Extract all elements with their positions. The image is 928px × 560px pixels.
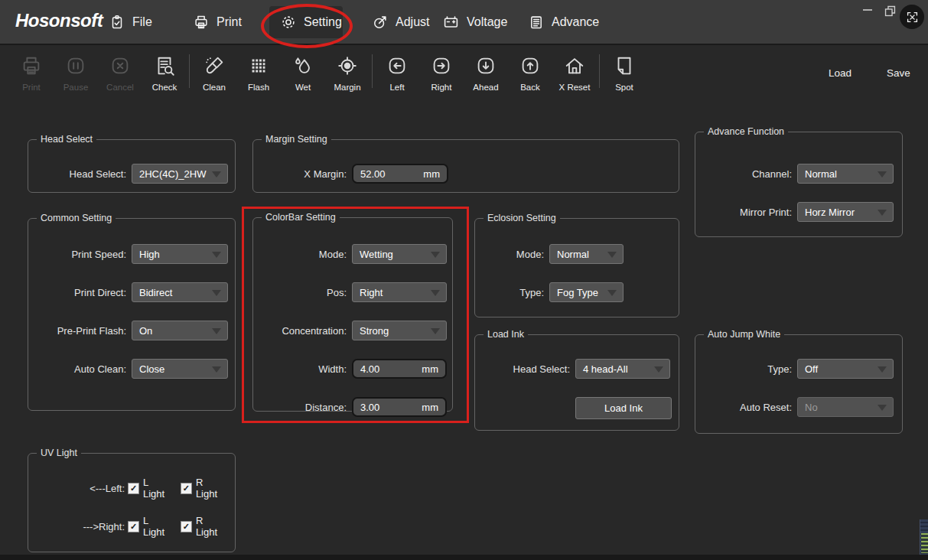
check-icon: ✓: [183, 522, 190, 532]
field-label: X Margin:: [253, 168, 347, 180]
toolbar-clean-button[interactable]: Clean: [192, 45, 236, 92]
menu-setting[interactable]: Setting: [280, 0, 342, 44]
menu-label: Advance: [552, 15, 599, 29]
chevron-down-icon: [212, 252, 221, 258]
toolbar-print-button[interactable]: Print: [9, 45, 54, 92]
auto-reset-dropdown[interactable]: No: [797, 397, 894, 417]
menu-adjust[interactable]: Adjust: [372, 0, 429, 44]
auto-clean-dropdown[interactable]: Close: [132, 359, 228, 379]
chevron-down-icon: [431, 328, 440, 334]
toolbar-check-button[interactable]: Check: [142, 45, 187, 92]
panel-title: Advance Function: [704, 126, 788, 137]
channel-dropdown[interactable]: Normal: [797, 164, 894, 184]
chevron-down-icon: [431, 290, 440, 296]
head-select-dropdown[interactable]: 2HC(4C)_2HW: [132, 164, 228, 184]
restore-button[interactable]: [880, 2, 900, 20]
colorbar-distance-input[interactable]: 3.00 mm: [352, 397, 447, 417]
dropdown-value: Normal: [557, 249, 589, 260]
field-label: Head Select:: [475, 363, 570, 375]
toolbar-label: Cancel: [106, 83, 134, 92]
menu-label: Print: [217, 15, 242, 29]
chevron-down-icon: [654, 366, 663, 373]
panel-advance-function: Advance Function Channel: Normal Mirror …: [695, 132, 903, 237]
load-button[interactable]: Load: [829, 67, 851, 79]
mirror-print-dropdown[interactable]: Horz Mirror: [797, 202, 894, 222]
dropdown-value: High: [139, 249, 160, 260]
arrow-up-icon: [519, 53, 542, 79]
load-ink-button[interactable]: Load Ink: [575, 397, 672, 419]
input-unit: mm: [422, 402, 438, 413]
toolbar-back-button[interactable]: Back: [508, 45, 552, 92]
menu-voltage[interactable]: Voltage: [442, 0, 507, 44]
arrow-left-icon: [386, 53, 409, 79]
panel-load-ink: Load Ink Head Select: 4 head-All Load In…: [474, 334, 679, 431]
capture-close-button[interactable]: [900, 5, 924, 29]
colorbar-concentration-dropdown[interactable]: Strong: [352, 321, 447, 340]
colorbar-pos-dropdown[interactable]: Right: [352, 282, 447, 302]
folded-page-icon: [613, 53, 636, 79]
dropdown-value: Horz Mirror: [805, 207, 855, 218]
jump-white-type-dropdown[interactable]: Off: [797, 359, 894, 379]
cancel-icon: [109, 53, 132, 79]
panel-margin-setting: Margin Setting X Margin: 52.00 mm: [252, 139, 679, 193]
eclosion-type-dropdown[interactable]: Fog Type: [549, 282, 624, 302]
chevron-down-icon: [878, 405, 887, 411]
toolbar-spot-button[interactable]: Spot: [602, 45, 646, 92]
toolbar-label: Left: [389, 83, 404, 92]
right-l-light-checkbox[interactable]: ✓: [128, 521, 139, 532]
dropdown-value: On: [139, 325, 152, 337]
toolbar-cancel-button[interactable]: Cancel: [98, 45, 142, 92]
x-margin-input[interactable]: 52.00 mm: [352, 164, 448, 184]
load-ink-head-select-dropdown[interactable]: 4 head-All: [575, 359, 670, 379]
menu-file[interactable]: File: [109, 0, 152, 44]
colorbar-width-input[interactable]: 4.00 mm: [352, 359, 447, 379]
dropdown-value: 4 head-All: [583, 363, 628, 375]
dropdown-value: Strong: [360, 325, 389, 337]
battery-icon: [442, 13, 460, 31]
panel-title: Load Ink: [484, 329, 528, 340]
toolbar-left-button[interactable]: Left: [375, 45, 419, 92]
toolbar-margin-button[interactable]: Margin: [325, 45, 370, 92]
minimize-button[interactable]: [858, 2, 877, 18]
toolbar-flash-button[interactable]: Flash: [236, 45, 281, 92]
panel-title: Eclosion Setting: [484, 213, 560, 223]
print-direct-dropdown[interactable]: Bidirect: [132, 282, 228, 302]
chevron-down-icon: [878, 171, 887, 177]
field-label: Pre-Print Flash:: [28, 325, 126, 337]
save-button[interactable]: Save: [887, 67, 910, 79]
chevron-down-icon: [878, 366, 887, 373]
toolbar-label: Clean: [203, 83, 226, 92]
toolbar-right-button[interactable]: Right: [419, 45, 464, 92]
menu-advance[interactable]: Advance: [528, 0, 599, 44]
dropdown-value: Right: [360, 287, 383, 298]
dropdown-value: Bidirect: [139, 287, 172, 298]
toolbar-pause-button[interactable]: Pause: [54, 45, 98, 92]
toolbar-xreset-button[interactable]: X Reset: [552, 45, 597, 92]
check-icon: ✓: [130, 483, 137, 493]
bottom-strip: [0, 555, 928, 560]
menu-label: File: [132, 15, 152, 29]
toolbar-separator: [599, 54, 600, 88]
field-label: Type:: [475, 287, 544, 298]
dropdown-value: Fog Type: [557, 287, 598, 298]
app-logo: Hosonsoft: [15, 10, 103, 31]
pre-print-flash-dropdown[interactable]: On: [132, 321, 228, 340]
right-r-light-checkbox[interactable]: ✓: [181, 521, 192, 532]
toolbar-wet-button[interactable]: Wet: [281, 45, 325, 92]
left-l-light-checkbox[interactable]: ✓: [128, 483, 139, 494]
input-unit: mm: [422, 363, 438, 375]
chevron-down-icon: [212, 171, 221, 177]
chevron-down-icon: [431, 252, 440, 258]
field-label: <---Left:: [28, 483, 125, 494]
titlebar: Hosonsoft File Print Setting Adjust: [0, 0, 928, 45]
left-r-light-checkbox[interactable]: ✓: [181, 483, 192, 494]
check-icon: ✓: [183, 483, 190, 493]
colorbar-mode-dropdown[interactable]: Wetting: [352, 244, 447, 264]
eclosion-mode-dropdown[interactable]: Normal: [549, 244, 624, 264]
toolbar-label: Margin: [334, 83, 360, 92]
menu-label: Setting: [304, 15, 342, 29]
chevron-down-icon: [607, 290, 617, 296]
print-speed-dropdown[interactable]: High: [132, 244, 228, 264]
toolbar-ahead-button[interactable]: Ahead: [464, 45, 508, 92]
menu-print[interactable]: Print: [193, 0, 242, 44]
